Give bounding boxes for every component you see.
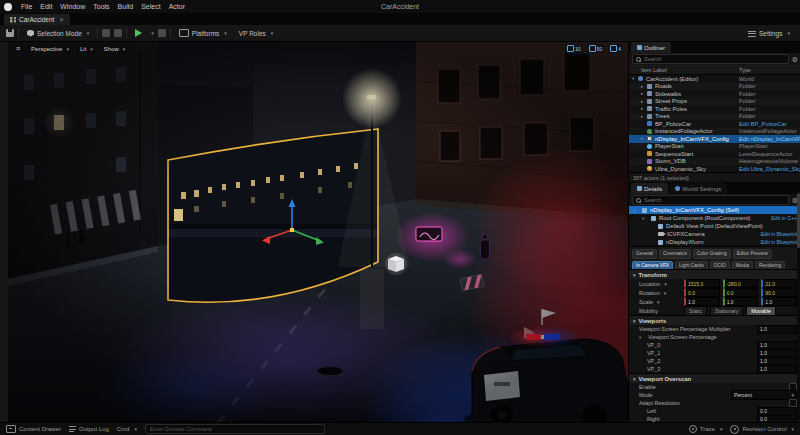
- mobility-static-button[interactable]: Static: [684, 306, 707, 316]
- output-log-button[interactable]: Output Log: [69, 426, 109, 432]
- outliner-search-input[interactable]: Search: [632, 54, 789, 64]
- outliner-row-actor[interactable]: InstancedFoliageActor InstancedFoliageAc…: [629, 128, 800, 136]
- category-chip[interactable]: Light Cards: [675, 261, 708, 270]
- save-icon[interactable]: [6, 29, 14, 37]
- selection-mode-dropdown[interactable]: Selection Mode ▾: [23, 29, 93, 38]
- play-options-chevron-icon[interactable]: ▾: [151, 30, 154, 36]
- edit-in-cpp-link[interactable]: Edit in C++: [771, 215, 797, 221]
- menu-actor[interactable]: Actor: [165, 3, 189, 10]
- outliner-row-folder[interactable]: ▸ Traffic Poles Folder: [629, 105, 800, 113]
- outliner-row-actor[interactable]: PlayerStart PlayerStart: [629, 143, 800, 151]
- tab-details[interactable]: Details: [631, 183, 668, 194]
- component-row[interactable]: nDisplayXform Edit in Blueprint: [629, 238, 800, 246]
- cmd-dropdown[interactable]: Cmd ▾: [117, 426, 137, 432]
- outliner-settings-icon[interactable]: ⚙: [792, 56, 798, 63]
- edit-in-blueprint-link[interactable]: Edit in Blueprint: [761, 231, 797, 237]
- component-row[interactable]: ICVFXCamera Edit in Blueprint: [629, 230, 800, 238]
- category-chip[interactable]: Editor Preview: [733, 249, 772, 259]
- menu-file[interactable]: File: [17, 3, 36, 10]
- section-transform[interactable]: ▾ Transform: [629, 269, 800, 279]
- skip-frame-icon[interactable]: [158, 29, 166, 37]
- multiplier-field[interactable]: 1.0: [757, 325, 797, 334]
- scale-dropdown[interactable]: Scale▾: [639, 299, 681, 305]
- outliner-row-actor[interactable]: BP_PoliceCar Edit BP_PoliceCar: [629, 120, 800, 128]
- location-z-field[interactable]: 21.0: [761, 279, 797, 288]
- play-button[interactable]: [131, 27, 145, 39]
- trace-button[interactable]: Trace ▾: [689, 425, 723, 433]
- expander-icon[interactable]: ▸: [632, 114, 647, 119]
- console-command-input[interactable]: Enter Console Command: [145, 424, 325, 434]
- expander-icon[interactable]: ▸: [632, 99, 647, 104]
- mode-dropdown[interactable]: Percent ▾: [731, 390, 797, 400]
- tab-outliner[interactable]: Outliner: [631, 42, 671, 53]
- expander-icon[interactable]: ▸: [632, 136, 647, 141]
- tab-world-settings[interactable]: World Settings: [669, 183, 727, 194]
- view-mode-dropdown[interactable]: Lit ▾: [76, 44, 97, 53]
- revision-control-button[interactable]: Revision Control ▾: [730, 425, 794, 434]
- menu-tools[interactable]: Tools: [89, 3, 113, 10]
- category-chip[interactable]: Cinematics: [659, 249, 691, 259]
- edit-in-blueprint-link[interactable]: Edit in Blueprint: [761, 239, 797, 245]
- outliner-column-header[interactable]: Item Label Type: [629, 65, 800, 75]
- expander-icon[interactable]: ▾: [633, 216, 648, 221]
- settings-dropdown[interactable]: Settings ▾: [744, 29, 794, 38]
- category-chip[interactable]: Rendering: [755, 261, 785, 270]
- menu-window[interactable]: Window: [56, 3, 89, 10]
- section-viewports[interactable]: ▾ Viewports: [629, 315, 800, 325]
- component-row[interactable]: Default View Point (DefaultViewPoint): [629, 222, 800, 230]
- expander-icon[interactable]: ▸: [632, 91, 647, 96]
- expander-icon[interactable]: ▸: [632, 84, 647, 89]
- level-viewport[interactable]: ≡ Perspective ▾ Lit ▾ Show ▾ 10 50: [8, 41, 628, 423]
- outliner-row-folder[interactable]: ▸ Sidewalks Folder: [629, 90, 800, 98]
- category-chip[interactable]: OCIO: [710, 261, 730, 270]
- category-chip[interactable]: Media: [732, 261, 753, 270]
- location-dropdown[interactable]: Location▾: [639, 281, 681, 287]
- component-row-self[interactable]: ▾ nDisplay_InCamVFX_Config (Self): [629, 206, 800, 214]
- mobility-stationary-button[interactable]: Stationary: [710, 306, 743, 316]
- close-icon[interactable]: ×: [59, 16, 63, 23]
- mobility-movable-button[interactable]: Movable: [746, 306, 776, 316]
- outliner-row-folder[interactable]: ▸ Street Props Folder: [629, 98, 800, 106]
- rotation-dropdown[interactable]: Rotation▾: [639, 290, 681, 296]
- rotation-y-field[interactable]: 0.0: [723, 288, 759, 297]
- menu-select[interactable]: Select: [137, 3, 164, 10]
- location-x-field[interactable]: 1515.0: [684, 279, 720, 288]
- rotation-x-field[interactable]: 0.0: [684, 288, 720, 297]
- outliner-row-folder[interactable]: ▸ Trees Folder: [629, 113, 800, 121]
- vp3-field[interactable]: 1.0: [757, 365, 797, 374]
- details-search-input[interactable]: Search: [632, 195, 789, 205]
- camera-mode-dropdown[interactable]: Perspective ▾: [27, 44, 73, 53]
- level-tab[interactable]: CarAccident ×: [4, 14, 70, 25]
- blueprints-icon[interactable]: [114, 29, 122, 37]
- ue-logo-icon[interactable]: [4, 3, 12, 11]
- vp-roles-dropdown[interactable]: VP Roles ▾: [235, 29, 278, 38]
- category-chip[interactable]: General: [632, 249, 657, 259]
- category-chip[interactable]: Color Grading: [693, 249, 731, 259]
- quick-add-icon[interactable]: [102, 29, 110, 37]
- expander-icon[interactable]: ▾: [639, 335, 645, 340]
- section-viewport-overscan[interactable]: ▾ Viewport Overscan: [629, 373, 800, 383]
- menu-build[interactable]: Build: [114, 3, 138, 10]
- expander-icon[interactable]: ▾: [633, 208, 639, 213]
- chevron-down-icon: ▾: [633, 272, 636, 278]
- component-row[interactable]: ▾ Root Component (RootComponent) Edit in…: [629, 214, 800, 222]
- grid-snap-badge[interactable]: 50: [587, 44, 605, 53]
- viewport-options-menu[interactable]: ≡: [12, 44, 24, 53]
- outliner-row-folder[interactable]: ▸ Roads Folder: [629, 83, 800, 91]
- screen-percentage-badge[interactable]: 10: [565, 44, 583, 53]
- category-chip[interactable]: In Camera VFX: [632, 261, 673, 270]
- viewport-canvas[interactable]: [8, 41, 628, 423]
- expander-icon[interactable]: ▸: [632, 106, 647, 111]
- outliner-row-actor[interactable]: Ultra_Dynamic_Sky Edit Ultra_Dynamic_Sky: [629, 165, 800, 172]
- menu-edit[interactable]: Edit: [36, 3, 56, 10]
- platforms-dropdown[interactable]: Platforms ▾: [175, 28, 231, 38]
- location-y-field[interactable]: -280.0: [723, 279, 759, 288]
- show-dropdown[interactable]: Show ▾: [100, 44, 130, 53]
- content-drawer-button[interactable]: Content Drawer: [6, 425, 61, 433]
- outliner-row-actor[interactable]: Storm_VDB HeterogeneousVolume: [629, 158, 800, 166]
- outliner-row-actor[interactable]: SequenceStart LevelSequenceActor: [629, 150, 800, 158]
- rotation-z-field[interactable]: 90.0: [761, 288, 797, 297]
- camera-speed-badge[interactable]: 4: [608, 44, 623, 53]
- outliner-row-selected[interactable]: ▸ nDisplay_InCamVFX_Config Edit nDisplay…: [629, 135, 800, 143]
- outliner-row-world[interactable]: ▾ CarAccident (Editor) World: [629, 75, 800, 83]
